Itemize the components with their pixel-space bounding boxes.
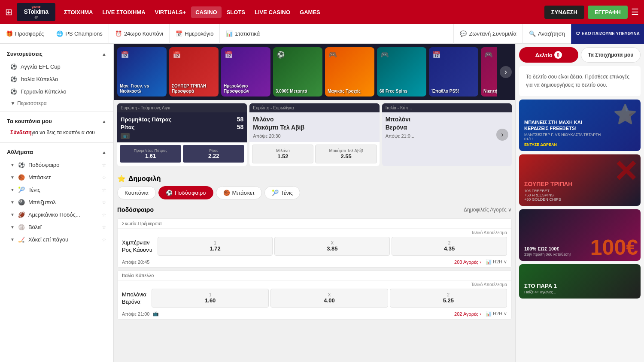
nav-right: 💬 Ζωντανή Συνομιλία 🔍 Αναζήτηση 🛡 ΕΔΩ ΠΑ… [453,24,644,44]
match1-odd-x[interactable]: X 3.85 [274,237,390,256]
nav-stats[interactable]: 📊 Στατιστικά [220,24,266,44]
match-left-body: Προμηθέας Πάτρας 58 Ρίτας 58 📺 [117,112,247,142]
banner-card-7[interactable]: 📅 Έπαθλο PS5! [429,47,478,97]
live-chat-button[interactable]: 💬 Ζωντανή Συνομιλία [453,24,522,44]
nav-ps-champions[interactable]: 🌐 PS Champions [50,24,109,44]
center-odds-2[interactable]: Μακάμπι Τελ Αβίβ 2.55 [315,145,377,163]
card3-icon: 📅 [225,51,233,59]
banner-card-4[interactable]: ⚽ 3.000€ Μετρητά [273,47,322,97]
chevron-down-icon-baseball: ▼ [10,200,15,205]
match1-odd-1[interactable]: 1 1.72 [158,237,273,256]
grid-menu-icon[interactable]: ⊞ [5,7,12,17]
match1-league: Σκωτία-Πρέμιερσιπ [118,219,511,229]
volleyball-star-icon[interactable]: ☆ [102,224,106,230]
markets-dropdown[interactable]: Δημοφιλείς Αγορές ∨ [464,207,512,213]
nav-casino[interactable]: CASINO [191,6,222,18]
basketball-star-icon[interactable]: ☆ [102,175,106,181]
promo-banner-4[interactable]: ΣΤΟ ΠΑΡΑ 1 Παίξε 4+ αγώνες... [519,264,641,299]
sidebar-item-germany-cup[interactable]: ⚽ Γερμανία Κύπελλο [0,85,113,98]
signin-button[interactable]: ΣΥΝΔΕΣΗ [544,6,584,19]
promo3-hundred: 100€ [590,237,638,258]
odds-btn-team1[interactable]: Προμηθέας Πάτρας 1.61 [120,145,181,163]
register-button[interactable]: ΕΓΓΡΑΦΗ [588,6,628,19]
betslip-tab-inactive[interactable]: Τα Στοιχήματά μου [581,47,641,63]
nav-offers[interactable]: 🎁 Προσφορές [0,24,50,44]
match-right-arrow[interactable]: › [496,129,508,141]
banner-card-2[interactable]: 📅 ΣΟΥΠΕΡ ΤΡΙΠΛΗ Προσφορά [169,47,219,97]
sidebar-sport-football[interactable]: ▼ ⚽ Ποδόσφαιρο ☆ [0,159,113,171]
match2-h2h[interactable]: 📊 H2H ∨ [486,311,507,317]
sidebar-sport-volleyball[interactable]: ▼ 🏐 Βόλεϊ ☆ [0,221,113,233]
match2-odd-x[interactable]: X 4.00 [270,289,388,308]
card6-title: 60 Free Spins [380,89,424,94]
nav-stoixima[interactable]: ΣΤΟΙΧΗΜΑ [60,6,97,18]
carousel-next-button[interactable]: › [500,66,512,78]
second-nav: 🎁 Προσφορές 🌐 PS Champions ⏰ 24ωρο Κουπό… [0,24,644,44]
promo-banner-3[interactable]: 100% ΕΩΣ 100€ Στην πρώτη σου κατάθεση! 1… [519,209,641,261]
tab-football[interactable]: ⚽ Ποδόσφαιρο [158,186,213,199]
match-right-time: Απόψε 21:0... [386,133,508,139]
sidebar-more[interactable]: ▼ Περισσότερα [0,98,113,109]
search-button[interactable]: 🔍 Αναζήτηση [522,24,571,44]
match-center-header: Ευρώπη - Ευρωλίγκα [249,103,379,112]
match2-markets[interactable]: 202 Αγορές › [454,311,481,317]
banner-card-3[interactable]: 📅 Ημερολόγιο Προσφορών [221,47,270,97]
tab-basketball[interactable]: 🏀 Μπάσκετ [216,186,262,199]
match2-odd-1[interactable]: 1 1.60 [152,289,269,308]
coupons-header[interactable]: Τα κουπόνια μου ▲ [0,115,113,128]
chat-label: Ζωντανή Συνομιλία [469,30,516,37]
banner-card-6[interactable]: 🎮 60 Free Spins [377,47,426,97]
sidebar-item-efl[interactable]: ⚽ Αγγλία EFL Cup [0,60,113,73]
responsible-gaming-badge[interactable]: 🛡 ΕΔΩ ΠΑΙΖΟΥΜΕ ΥΠΕΥΘΥΝΑ [571,24,644,44]
sidebar-sport-baseball[interactable]: ▼ 🎱 Μπέιζμπολ ☆ [0,196,113,208]
coupons-signin-link[interactable]: Σύνδεση [10,130,31,136]
nav-calendar[interactable]: 📅 Ημερολόγιο [170,24,220,44]
logo[interactable]: game SToixima .gr [17,3,55,21]
main-layout: Συντομεύσεις ▲ ⚽ Αγγλία EFL Cup ⚽ Ιταλία… [0,44,644,362]
nav-virtuals[interactable]: VIRTUALS+ [151,6,191,18]
banner-cards: 📅 Μαν. Γιουν. vs Νιούκαστλ 📅 ΣΟΥΠΕΡ ΤΡΙΠ… [117,47,497,97]
card3-title: Ημερολόγιο Προσφορών [224,84,268,94]
sidebar-sport-hockey[interactable]: ▼ 🏒 Χόκεϊ επί πάγου ☆ [0,233,113,246]
nav-games[interactable]: GAMES [295,6,325,18]
sport-section-header: Ποδόσφαιρο Δημοφιλείς Αγορές ∨ [117,204,512,216]
sidebar-sport-basketball[interactable]: ▼ 🏀 Μπάσκετ ☆ [0,171,113,184]
nav-live[interactable]: LIVE ΣΤΟΙΧΗΜΑ [98,6,150,18]
center-odds-1[interactable]: Μιλάνο 1.52 [252,145,313,163]
match2-team1: Μπολόνια [122,291,146,298]
shortcuts-header[interactable]: Συντομεύσεις ▲ [0,47,113,60]
sidebar-item-italy-cup[interactable]: ⚽ Ιταλία Κύπελλο [0,73,113,85]
odds-btn-team2[interactable]: Ρίτας 2.22 [183,145,244,163]
betslip-tab-active[interactable]: Δελτίο 0 [519,47,578,63]
nav-live-casino[interactable]: LIVE CASINO [250,6,295,18]
matches-grid: Ευρώπη - Τσάμπιονς Λιγκ Προμηθέας Πάτρας… [114,100,515,169]
italy-cup-label: Ιταλία Κύπελλο [21,76,58,82]
hamburger-icon[interactable]: ☰ [631,7,639,17]
promo2-content: ΣΟΥΠΕΡ ΤΡΙΠΛΗ 10€ FREEBET+50 FREESPINS+5… [524,181,572,202]
calendar-label: Ημερολόγιο [185,30,213,37]
sidebar-sport-american-football[interactable]: ▼ 🏈 Αμερικάνικο Ποδός... ☆ [0,208,113,221]
shortcuts-label: Συντομεύσεις [7,51,43,57]
sports-header[interactable]: Αθλήματα ▲ [0,145,113,159]
banner-card-1[interactable]: 📅 Μαν. Γιουν. vs Νιούκαστλ [117,47,167,97]
banner-card-5[interactable]: 🎮 Μαγικός Τροχός [325,47,374,97]
coupons-text: για να δεις τα κουπόνια σου [31,130,95,136]
sidebar-sport-tennis[interactable]: ▼ 🎾 Τένις ☆ [0,184,113,196]
ps-label: PS Champions [65,30,103,37]
nav-slots[interactable]: SLOTS [222,6,249,18]
baseball-star-icon[interactable]: ☆ [102,199,106,205]
banner-card-8[interactable]: 🎮 Νικητής Εβδομάδας [481,47,497,97]
promo-banner-1[interactable]: ΜΠΑΙΝΕΙΣ ΣΤΗ ΜΑΧΗ ΚΑΙ ΚΕΡΔΙΖΕΙΣ FREEBETS… [519,100,641,151]
tennis-star-icon[interactable]: ☆ [102,187,106,193]
match1-markets[interactable]: 203 Αγορές › [454,259,481,265]
nav-coupon[interactable]: ⏰ 24ωρο Κουπόνι [109,24,170,44]
match1-h2h[interactable]: 📊 H2H ∨ [486,259,507,265]
tab-coupons[interactable]: Κουπόνια [117,186,156,199]
match2-odd-2[interactable]: 2 5.25 [390,289,507,308]
amfoot-star-icon[interactable]: ☆ [102,212,106,218]
hockey-star-icon[interactable]: ☆ [102,237,106,243]
tab-tennis[interactable]: 🎾 Τένις [264,186,300,199]
promo-banner-2[interactable]: ΣΟΥΠΕΡ ΤΡΙΠΛΗ 10€ FREEBET+50 FREESPINS+5… [519,154,641,206]
football-star-icon[interactable]: ☆ [102,162,106,168]
match1-odd-2[interactable]: 2 4.35 [392,237,507,256]
